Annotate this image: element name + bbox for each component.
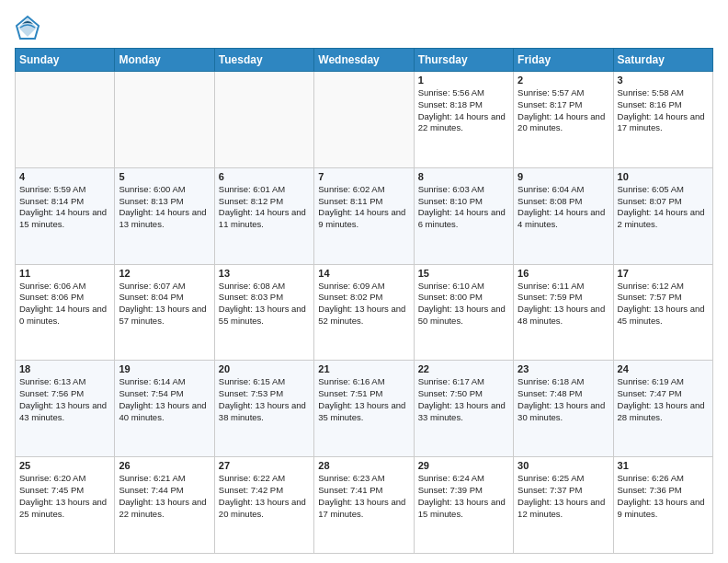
day-number: 12 xyxy=(119,268,210,279)
cell-info: Sunrise: 6:26 AM Sunset: 7:36 PM Dayligh… xyxy=(618,473,709,520)
cell-info: Sunrise: 5:58 AM Sunset: 8:16 PM Dayligh… xyxy=(618,87,709,134)
calendar-cell: 30Sunrise: 6:25 AM Sunset: 7:37 PM Dayli… xyxy=(514,457,613,554)
calendar-cell: 25Sunrise: 6:20 AM Sunset: 7:45 PM Dayli… xyxy=(16,457,115,554)
cell-info: Sunrise: 6:05 AM Sunset: 8:07 PM Dayligh… xyxy=(618,184,709,231)
day-number: 23 xyxy=(518,363,609,374)
day-number: 29 xyxy=(418,460,509,471)
day-number: 8 xyxy=(418,171,509,182)
calendar-cell: 11Sunrise: 6:06 AM Sunset: 8:06 PM Dayli… xyxy=(16,264,115,361)
day-number: 16 xyxy=(518,268,609,279)
calendar-cell: 24Sunrise: 6:19 AM Sunset: 7:47 PM Dayli… xyxy=(613,361,712,457)
calendar-cell: 12Sunrise: 6:07 AM Sunset: 8:04 PM Dayli… xyxy=(115,264,214,361)
calendar-cell xyxy=(16,72,115,168)
calendar-cell: 16Sunrise: 6:11 AM Sunset: 7:59 PM Dayli… xyxy=(514,264,613,361)
logo xyxy=(15,15,44,40)
day-number: 11 xyxy=(19,268,110,279)
calendar-cell: 18Sunrise: 6:13 AM Sunset: 7:56 PM Dayli… xyxy=(16,361,115,457)
calendar-cell: 10Sunrise: 6:05 AM Sunset: 8:07 PM Dayli… xyxy=(613,167,712,264)
calendar-cell xyxy=(314,72,414,168)
cell-info: Sunrise: 6:08 AM Sunset: 8:03 PM Dayligh… xyxy=(219,281,310,327)
page: SundayMondayTuesdayWednesdayThursdayFrid… xyxy=(0,0,728,563)
day-number: 9 xyxy=(518,171,609,182)
weekday-header: Thursday xyxy=(414,49,513,72)
cell-info: Sunrise: 6:00 AM Sunset: 8:13 PM Dayligh… xyxy=(119,184,210,231)
day-number: 22 xyxy=(418,363,509,374)
day-number: 24 xyxy=(618,363,709,374)
calendar-cell: 21Sunrise: 6:16 AM Sunset: 7:51 PM Dayli… xyxy=(314,361,414,457)
cell-info: Sunrise: 6:21 AM Sunset: 7:44 PM Dayligh… xyxy=(119,473,210,520)
day-number: 19 xyxy=(119,363,210,374)
day-number: 15 xyxy=(418,268,509,279)
calendar-week-row: 4Sunrise: 5:59 AM Sunset: 8:14 PM Daylig… xyxy=(16,167,713,264)
calendar-week-row: 25Sunrise: 6:20 AM Sunset: 7:45 PM Dayli… xyxy=(16,457,713,554)
calendar-cell: 14Sunrise: 6:09 AM Sunset: 8:02 PM Dayli… xyxy=(314,264,414,361)
cell-info: Sunrise: 6:02 AM Sunset: 8:11 PM Dayligh… xyxy=(318,184,409,231)
weekday-header: Saturday xyxy=(613,49,712,72)
header xyxy=(15,15,713,40)
cell-info: Sunrise: 6:15 AM Sunset: 7:53 PM Dayligh… xyxy=(219,376,310,423)
calendar-cell: 17Sunrise: 6:12 AM Sunset: 7:57 PM Dayli… xyxy=(613,264,712,361)
day-number: 4 xyxy=(19,171,110,182)
calendar-week-row: 1Sunrise: 5:56 AM Sunset: 8:18 PM Daylig… xyxy=(16,72,713,168)
cell-info: Sunrise: 6:10 AM Sunset: 8:00 PM Dayligh… xyxy=(418,281,509,327)
cell-info: Sunrise: 5:57 AM Sunset: 8:17 PM Dayligh… xyxy=(518,87,609,134)
day-number: 27 xyxy=(219,460,310,471)
calendar-cell: 3Sunrise: 5:58 AM Sunset: 8:16 PM Daylig… xyxy=(613,72,712,168)
calendar-cell: 27Sunrise: 6:22 AM Sunset: 7:42 PM Dayli… xyxy=(214,457,313,554)
cell-info: Sunrise: 6:18 AM Sunset: 7:48 PM Dayligh… xyxy=(518,376,609,423)
weekday-header-row: SundayMondayTuesdayWednesdayThursdayFrid… xyxy=(16,49,713,72)
day-number: 13 xyxy=(219,268,310,279)
day-number: 3 xyxy=(618,75,709,86)
calendar-cell: 13Sunrise: 6:08 AM Sunset: 8:03 PM Dayli… xyxy=(214,264,313,361)
day-number: 6 xyxy=(219,171,310,182)
cell-info: Sunrise: 5:59 AM Sunset: 8:14 PM Dayligh… xyxy=(19,184,110,231)
logo-icon xyxy=(15,15,40,40)
cell-info: Sunrise: 5:56 AM Sunset: 8:18 PM Dayligh… xyxy=(418,87,509,134)
day-number: 26 xyxy=(119,460,210,471)
cell-info: Sunrise: 6:24 AM Sunset: 7:39 PM Dayligh… xyxy=(418,473,509,520)
day-number: 14 xyxy=(318,268,409,279)
cell-info: Sunrise: 6:23 AM Sunset: 7:41 PM Dayligh… xyxy=(318,473,409,520)
day-number: 5 xyxy=(119,171,210,182)
calendar-week-row: 18Sunrise: 6:13 AM Sunset: 7:56 PM Dayli… xyxy=(16,361,713,457)
cell-info: Sunrise: 6:11 AM Sunset: 7:59 PM Dayligh… xyxy=(518,281,609,327)
day-number: 31 xyxy=(618,460,709,471)
calendar-cell xyxy=(214,72,313,168)
cell-info: Sunrise: 6:12 AM Sunset: 7:57 PM Dayligh… xyxy=(618,281,709,327)
day-number: 25 xyxy=(19,460,110,471)
calendar-cell: 5Sunrise: 6:00 AM Sunset: 8:13 PM Daylig… xyxy=(115,167,214,264)
cell-info: Sunrise: 6:09 AM Sunset: 8:02 PM Dayligh… xyxy=(318,281,409,327)
calendar-cell: 31Sunrise: 6:26 AM Sunset: 7:36 PM Dayli… xyxy=(613,457,712,554)
day-number: 17 xyxy=(618,268,709,279)
calendar-cell: 22Sunrise: 6:17 AM Sunset: 7:50 PM Dayli… xyxy=(414,361,513,457)
calendar-cell: 20Sunrise: 6:15 AM Sunset: 7:53 PM Dayli… xyxy=(214,361,313,457)
calendar-cell: 15Sunrise: 6:10 AM Sunset: 8:00 PM Dayli… xyxy=(414,264,513,361)
cell-info: Sunrise: 6:06 AM Sunset: 8:06 PM Dayligh… xyxy=(19,281,110,327)
weekday-header: Friday xyxy=(514,49,613,72)
calendar-cell: 29Sunrise: 6:24 AM Sunset: 7:39 PM Dayli… xyxy=(414,457,513,554)
day-number: 1 xyxy=(418,75,509,86)
cell-info: Sunrise: 6:01 AM Sunset: 8:12 PM Dayligh… xyxy=(219,184,310,231)
cell-info: Sunrise: 6:03 AM Sunset: 8:10 PM Dayligh… xyxy=(418,184,509,231)
day-number: 21 xyxy=(318,363,409,374)
calendar-cell: 8Sunrise: 6:03 AM Sunset: 8:10 PM Daylig… xyxy=(414,167,513,264)
calendar-cell: 9Sunrise: 6:04 AM Sunset: 8:08 PM Daylig… xyxy=(514,167,613,264)
calendar-cell: 2Sunrise: 5:57 AM Sunset: 8:17 PM Daylig… xyxy=(514,72,613,168)
weekday-header: Monday xyxy=(115,49,214,72)
calendar-cell: 6Sunrise: 6:01 AM Sunset: 8:12 PM Daylig… xyxy=(214,167,313,264)
day-number: 28 xyxy=(318,460,409,471)
cell-info: Sunrise: 6:25 AM Sunset: 7:37 PM Dayligh… xyxy=(518,473,609,520)
calendar-cell: 23Sunrise: 6:18 AM Sunset: 7:48 PM Dayli… xyxy=(514,361,613,457)
cell-info: Sunrise: 6:14 AM Sunset: 7:54 PM Dayligh… xyxy=(119,376,210,423)
calendar-cell: 28Sunrise: 6:23 AM Sunset: 7:41 PM Dayli… xyxy=(314,457,414,554)
cell-info: Sunrise: 6:04 AM Sunset: 8:08 PM Dayligh… xyxy=(518,184,609,231)
day-number: 18 xyxy=(19,363,110,374)
cell-info: Sunrise: 6:13 AM Sunset: 7:56 PM Dayligh… xyxy=(19,376,110,423)
calendar-cell: 7Sunrise: 6:02 AM Sunset: 8:11 PM Daylig… xyxy=(314,167,414,264)
cell-info: Sunrise: 6:19 AM Sunset: 7:47 PM Dayligh… xyxy=(618,376,709,423)
calendar-week-row: 11Sunrise: 6:06 AM Sunset: 8:06 PM Dayli… xyxy=(16,264,713,361)
calendar-cell: 4Sunrise: 5:59 AM Sunset: 8:14 PM Daylig… xyxy=(16,167,115,264)
calendar-table: SundayMondayTuesdayWednesdayThursdayFrid… xyxy=(15,48,713,554)
day-number: 30 xyxy=(518,460,609,471)
calendar-cell: 19Sunrise: 6:14 AM Sunset: 7:54 PM Dayli… xyxy=(115,361,214,457)
